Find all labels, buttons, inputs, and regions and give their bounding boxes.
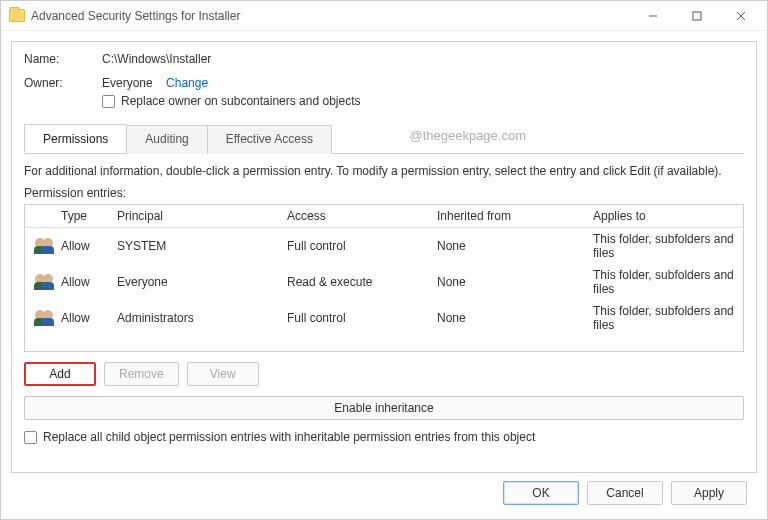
grid-body: AllowSYSTEMFull controlNoneThis folder, … bbox=[25, 228, 743, 336]
replace-all-label: Replace all child object permission entr… bbox=[43, 430, 535, 444]
entries-label: Permission entries: bbox=[24, 186, 744, 200]
tab-auditing[interactable]: Auditing bbox=[126, 125, 207, 154]
cell-type: Allow bbox=[55, 271, 111, 293]
cell-principal: Everyone bbox=[111, 271, 281, 293]
cell-inherited: None bbox=[431, 307, 587, 329]
owner-block: Everyone Change Replace owner on subcont… bbox=[102, 76, 360, 108]
table-row[interactable]: AllowEveryoneRead & executeNoneThis fold… bbox=[25, 264, 743, 300]
change-owner-link[interactable]: Change bbox=[166, 76, 208, 90]
replace-owner-checkbox[interactable] bbox=[102, 95, 115, 108]
table-row[interactable]: AllowSYSTEMFull controlNoneThis folder, … bbox=[25, 228, 743, 264]
principal-icon bbox=[25, 306, 55, 330]
main-panel: Name: C:\Windows\Installer Owner: Everyo… bbox=[11, 41, 757, 473]
name-value: C:\Windows\Installer bbox=[102, 52, 211, 66]
enable-inheritance-button[interactable]: Enable inheritance bbox=[24, 396, 744, 420]
tab-strip: Permissions Auditing Effective Access bbox=[24, 124, 744, 154]
window-title: Advanced Security Settings for Installer bbox=[31, 9, 631, 23]
col-icon bbox=[25, 205, 55, 227]
titlebar: Advanced Security Settings for Installer bbox=[1, 1, 767, 31]
owner-row: Owner: Everyone Change Replace owner on … bbox=[24, 76, 744, 108]
cell-principal: SYSTEM bbox=[111, 235, 281, 257]
permission-grid: Type Principal Access Inherited from App… bbox=[24, 204, 744, 352]
principal-icon bbox=[25, 234, 55, 258]
view-button[interactable]: View bbox=[187, 362, 259, 386]
cell-inherited: None bbox=[431, 235, 587, 257]
ok-button[interactable]: OK bbox=[503, 481, 579, 505]
col-applies[interactable]: Applies to bbox=[587, 205, 743, 227]
owner-label: Owner: bbox=[24, 76, 102, 90]
col-inherited[interactable]: Inherited from bbox=[431, 205, 587, 227]
svg-rect-1 bbox=[693, 12, 701, 20]
enable-inheritance-row: Enable inheritance bbox=[24, 396, 744, 420]
hint-text: For additional information, double-click… bbox=[24, 164, 744, 178]
cell-applies: This folder, subfolders and files bbox=[587, 264, 743, 300]
cell-access: Read & execute bbox=[281, 271, 431, 293]
dialog-footer: OK Cancel Apply bbox=[11, 473, 757, 513]
col-access[interactable]: Access bbox=[281, 205, 431, 227]
replace-all-row: Replace all child object permission entr… bbox=[24, 430, 744, 444]
replace-owner-row: Replace owner on subcontainers and objec… bbox=[102, 94, 360, 108]
cell-applies: This folder, subfolders and files bbox=[587, 228, 743, 264]
owner-value: Everyone bbox=[102, 76, 153, 90]
security-settings-window: Advanced Security Settings for Installer… bbox=[0, 0, 768, 520]
name-row: Name: C:\Windows\Installer bbox=[24, 52, 744, 66]
cell-access: Full control bbox=[281, 235, 431, 257]
close-button[interactable] bbox=[719, 2, 763, 30]
window-controls bbox=[631, 2, 763, 30]
principal-icon bbox=[25, 270, 55, 294]
apply-button[interactable]: Apply bbox=[671, 481, 747, 505]
replace-owner-label: Replace owner on subcontainers and objec… bbox=[121, 94, 360, 108]
cell-principal: Administrators bbox=[111, 307, 281, 329]
tab-effective-access[interactable]: Effective Access bbox=[207, 125, 332, 154]
col-principal[interactable]: Principal bbox=[111, 205, 281, 227]
table-row[interactable]: AllowAdministratorsFull controlNoneThis … bbox=[25, 300, 743, 336]
remove-button[interactable]: Remove bbox=[104, 362, 179, 386]
cell-inherited: None bbox=[431, 271, 587, 293]
tab-permissions[interactable]: Permissions bbox=[24, 124, 127, 153]
minimize-button[interactable] bbox=[631, 2, 675, 30]
col-type[interactable]: Type bbox=[55, 205, 111, 227]
entry-buttons: Add Remove View bbox=[24, 362, 744, 386]
cell-type: Allow bbox=[55, 235, 111, 257]
maximize-button[interactable] bbox=[675, 2, 719, 30]
content-area: Name: C:\Windows\Installer Owner: Everyo… bbox=[1, 31, 767, 519]
add-button[interactable]: Add bbox=[24, 362, 96, 386]
cell-access: Full control bbox=[281, 307, 431, 329]
cell-type: Allow bbox=[55, 307, 111, 329]
name-label: Name: bbox=[24, 52, 102, 66]
grid-header: Type Principal Access Inherited from App… bbox=[25, 205, 743, 228]
folder-icon bbox=[9, 9, 25, 22]
cell-applies: This folder, subfolders and files bbox=[587, 300, 743, 336]
cancel-button[interactable]: Cancel bbox=[587, 481, 663, 505]
replace-all-checkbox[interactable] bbox=[24, 431, 37, 444]
